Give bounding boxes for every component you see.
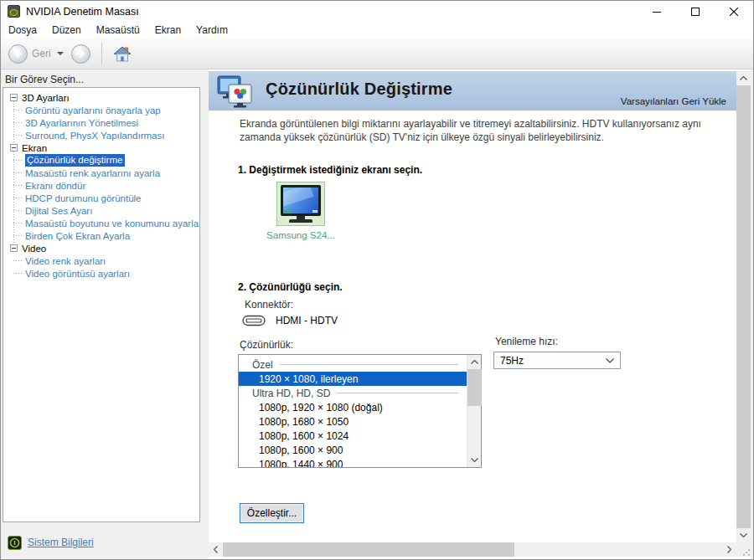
tree-item-video-renk-ayarlari[interactable]: Video renk ayarları: [3, 254, 199, 267]
resize-grip[interactable]: [736, 542, 751, 557]
nvidia-control-panel-window: NVIDIA Denetim Masası Dosya Düzen Masaüs…: [0, 0, 754, 560]
list-group-ultra-hd: Ultra HD, HD, SD: [239, 386, 467, 400]
restore-defaults-link[interactable]: Varsayılanları Geri Yükle: [621, 96, 726, 106]
monitor-icon: [281, 185, 321, 216]
scrollbar-thumb[interactable]: [467, 369, 482, 406]
connector-label: Konnektör:: [245, 299, 293, 311]
collapse-icon[interactable]: [10, 94, 18, 101]
content-horizontal-scrollbar[interactable]: [209, 542, 736, 557]
tree-node-label: Ekran: [22, 143, 47, 153]
tree-item-hdcp-durumu[interactable]: HDCP durumunu görüntüle: [3, 192, 199, 204]
close-icon: [730, 8, 738, 16]
tree-item-label: Görüntü ayarlarını önayarla yap: [25, 105, 161, 116]
tree-item-cozunurluk-degistirme-selected[interactable]: Çözünürlük değiştirme: [3, 154, 199, 167]
tree-item-label: Birden Çok Ekran Ayarla: [25, 231, 130, 241]
scrollbar-thumb[interactable]: [736, 85, 751, 528]
tree-item-3d-ayarlarinin-yonetilmesi[interactable]: 3D Ayarlarının Yönetilmesi: [3, 116, 199, 129]
chevron-down-icon: [606, 358, 614, 363]
monitor-dot: [312, 210, 318, 213]
step2-title: 2. Çözünürlüğü seçin.: [238, 281, 343, 293]
tree-item-label: Çözünürlük değiştirme: [25, 154, 125, 167]
tree-node-video[interactable]: Video: [3, 242, 199, 254]
back-history-dropdown-icon[interactable]: [57, 52, 64, 55]
main-content: Çözünürlük Değiştirme Varsayılanları Ger…: [209, 69, 751, 559]
menu-masaustu[interactable]: Masaüstü: [89, 24, 147, 36]
back-button[interactable]: [8, 44, 28, 64]
tree-node-3d-ayarlari[interactable]: 3D Ayarları: [3, 91, 199, 104]
sidebar-footer: Sistem Bilgileri: [1, 526, 202, 559]
list-item-label: 1080p, 1600 × 900: [259, 444, 343, 456]
tree-node-label: 3D Ayarları: [22, 93, 70, 103]
hdmi-connector-icon: [242, 315, 266, 326]
maximize-button[interactable]: [676, 1, 715, 22]
system-info-icon: [8, 536, 22, 550]
tree-item-video-goruntusu-ayarlari[interactable]: Video görüntüsü ayarları: [3, 267, 199, 280]
tree-item-ekrani-dondur[interactable]: Ekranı döndür: [3, 179, 199, 192]
navigation-toolbar: Geri: [1, 39, 753, 69]
collapse-icon[interactable]: [10, 144, 18, 152]
list-item-selected[interactable]: 1920 × 1080, ilerleyen: [239, 372, 467, 386]
back-arrow-icon: [12, 48, 24, 60]
resolution-list: Özel 1920 × 1080, ilerleyen Ultra HD, HD…: [239, 355, 467, 467]
customize-button[interactable]: Özelleştir...: [240, 503, 304, 523]
scroll-down-icon[interactable]: [736, 528, 751, 542]
title-bar: NVIDIA Denetim Masası: [1, 1, 753, 22]
menu-ekran[interactable]: Ekran: [147, 24, 188, 36]
toolbar-separator: [101, 43, 102, 64]
content-vertical-scrollbar[interactable]: [736, 71, 751, 542]
scrollbar-thumb[interactable]: [223, 542, 514, 557]
list-item[interactable]: 1080p, 1680 × 1050: [239, 414, 467, 429]
system-info-link[interactable]: Sistem Bilgileri: [28, 537, 94, 548]
refresh-rate-label: Yenileme hızı:: [495, 336, 558, 347]
list-item[interactable]: 1080p, 1600 × 900: [239, 443, 467, 457]
tree-item-goruntu-ayarlarini-onayarla-yap[interactable]: Görüntü ayarlarını önayarla yap: [3, 104, 199, 116]
scroll-left-icon[interactable]: [209, 542, 223, 557]
home-button[interactable]: [113, 46, 132, 62]
tree-item-label: Masaüstü boyutunu ve konumunu ayarla: [25, 218, 199, 229]
scroll-up-icon[interactable]: [736, 71, 751, 85]
menu-bar: Dosya Düzen Masaüstü Ekran Yardım: [1, 22, 753, 39]
refresh-rate-value: 75Hz: [500, 355, 606, 367]
nvidia-app-icon: [8, 5, 20, 18]
refresh-rate-dropdown[interactable]: 75Hz: [493, 352, 621, 369]
display-name-label: Samsung S24...: [259, 230, 343, 240]
collapse-icon[interactable]: [10, 244, 18, 252]
connector-row: HDMI - HDTV: [242, 315, 338, 326]
list-item[interactable]: 1080p, 1920 × 1080 (doğal): [239, 400, 467, 414]
tree-item-label: Ekranı döndür: [25, 181, 85, 191]
tree-item-surround-physx[interactable]: Surround, PhysX Yapılandırması: [3, 129, 199, 141]
tree-node-ekran[interactable]: Ekran: [3, 141, 199, 154]
tree-item-label: Dijital Ses Ayarı: [25, 206, 92, 216]
scroll-down-icon[interactable]: [467, 453, 482, 467]
list-item-label: 1080p, 1680 × 1050: [259, 416, 349, 428]
back-button-label: Geri: [32, 48, 51, 59]
step1-title: 1. Değiştirmek istediğiniz ekranı seçin.: [238, 164, 422, 176]
scroll-up-icon[interactable]: [467, 355, 482, 369]
menu-duzen[interactable]: Düzen: [44, 24, 89, 36]
list-item[interactable]: 1080p, 1440 × 900: [239, 457, 467, 467]
close-button[interactable]: [715, 1, 753, 22]
forward-button[interactable]: [71, 44, 90, 64]
window-title: NVIDIA Denetim Masası: [26, 6, 139, 18]
tree-item-label: Video renk ayarları: [25, 256, 106, 266]
menu-dosya[interactable]: Dosya: [1, 24, 44, 36]
minimize-button[interactable]: [638, 1, 676, 22]
list-item-label: 1080p, 1920 × 1080 (doğal): [259, 402, 383, 414]
scroll-right-icon[interactable]: [722, 542, 736, 557]
tree-item-label: Surround, PhysX Yapılandırması: [25, 131, 164, 141]
menu-yardim[interactable]: Yardım: [188, 24, 235, 36]
list-item-label: 1080p, 1600 × 1024: [259, 430, 349, 442]
group-label: Özel: [252, 359, 273, 371]
page-description: Ekranda görüntülenen bilgi miktarını aya…: [240, 118, 736, 144]
monitor-led: [284, 210, 292, 213]
home-icon: [113, 46, 132, 62]
tree-item-masaustu-renk-ayarlari[interactable]: Masaüstü renk ayarlarını ayarla: [3, 167, 199, 179]
connector-value: HDMI - HDTV: [276, 315, 338, 326]
tree-item-dijital-ses-ayari[interactable]: Dijital Ses Ayarı: [3, 204, 199, 217]
list-item[interactable]: 1080p, 1600 × 1024: [239, 429, 467, 443]
list-scrollbar[interactable]: [467, 355, 481, 467]
tree-item-masaustu-boyutu-konumu[interactable]: Masaüstü boyutunu ve konumunu ayarla: [3, 217, 199, 229]
tree-item-birden-cok-ekran[interactable]: Birden Çok Ekran Ayarla: [3, 229, 199, 242]
task-sidebar: Bir Görev Seçin... 3D Ayarları Görüntü a…: [1, 69, 202, 559]
display-tile-samsung[interactable]: [276, 182, 325, 226]
